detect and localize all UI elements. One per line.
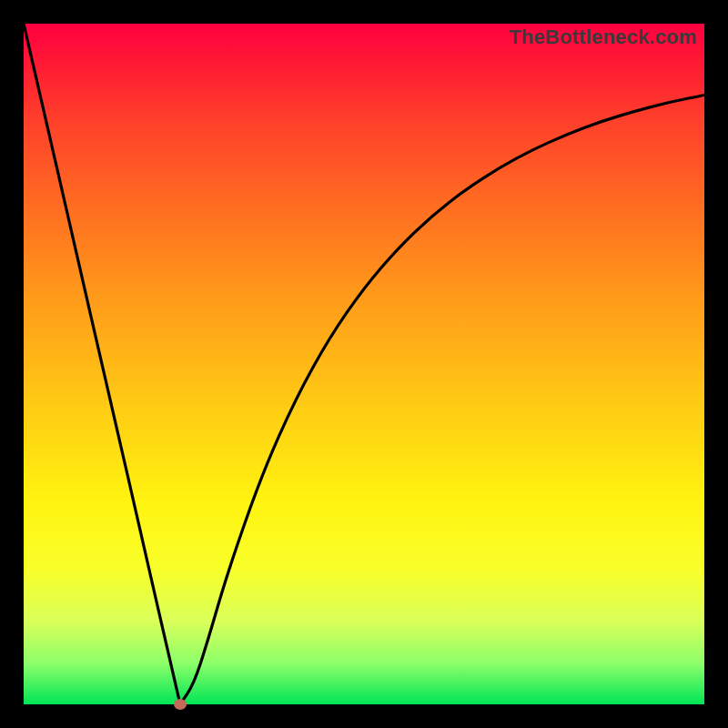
chart-frame: TheBottleneck.com [0,0,728,728]
watermark-text: TheBottleneck.com [510,25,697,49]
bottleneck-curve [24,24,704,704]
plot-area: TheBottleneck.com [24,24,704,704]
optimum-marker [174,699,187,710]
